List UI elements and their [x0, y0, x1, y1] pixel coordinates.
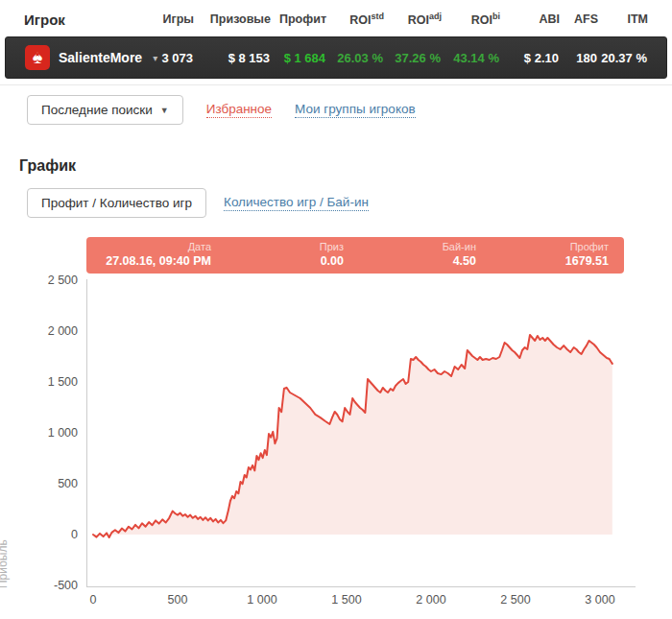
player-stat-3: 26.03 %	[325, 51, 383, 65]
player-stat-0: 3 073	[137, 51, 193, 65]
y-tick-label: 500	[20, 477, 78, 490]
player-stat-5: 43.14 %	[441, 51, 499, 65]
column-header-2: Профит	[271, 12, 326, 26]
tab-profit-games[interactable]: Профит / Количество игр	[27, 188, 206, 218]
column-header-6: ABI	[500, 12, 560, 26]
y-tick-label: 1 500	[20, 375, 78, 389]
chart-section-title: График	[19, 157, 672, 175]
y-tick-label: 0	[20, 528, 78, 541]
player-stat-1: $ 8 153	[193, 51, 270, 65]
chart-tabs: Профит / Количество игр Количество игр /…	[27, 188, 672, 218]
x-tick-label: 500	[168, 593, 188, 607]
column-header-3: ROIstd	[326, 12, 384, 27]
profit-area-fill	[93, 335, 612, 537]
chart-tooltip-bar: Дата27.08.16, 09:40 PMПриз0.00Бай-ин4.50…	[86, 237, 624, 274]
star-glyph: ★	[25, 42, 50, 67]
recent-searches-label: Последние поиски	[41, 103, 153, 117]
player-table-title: Игрок	[24, 12, 138, 28]
column-header-8: ITM	[598, 12, 648, 26]
chevron-down-icon: ▼	[160, 106, 169, 115]
x-tick-label: 1 500	[331, 593, 361, 607]
player-stat-8: 20.37 %	[597, 51, 647, 65]
player-row[interactable]: ♠ ★ SalienteMore ▾ 3 073$ 8 153$ 1 68426…	[5, 36, 667, 79]
column-header-7: AFS	[560, 12, 598, 26]
x-tick-label: 0	[90, 593, 97, 607]
favorites-link[interactable]: Избранное	[206, 102, 272, 118]
player-stat-2: $ 1 684	[270, 51, 325, 65]
x-tick-label: 1 000	[247, 593, 276, 607]
tooltip-item-2: Бай-ин4.50	[355, 241, 488, 269]
filters-row: Последние поиски ▼ Избранное Мои группы …	[27, 95, 672, 125]
tooltip-item-0: Дата27.08.16, 09:40 PM	[90, 241, 223, 269]
y-axis-title: Прибыль	[0, 539, 10, 588]
recent-searches-button[interactable]: Последние поиски ▼	[27, 95, 183, 125]
tooltip-item-3: Профит1679.51	[488, 241, 620, 269]
y-tick-label: 2 000	[20, 324, 78, 338]
player-groups-link[interactable]: Мои группы игроков	[295, 102, 416, 118]
player-stat-7: 180	[559, 51, 597, 65]
x-tick-label: 2 000	[416, 593, 445, 607]
tooltip-item-1: Приз0.00	[223, 241, 355, 269]
column-header-0: Игры	[138, 12, 194, 26]
player-table-header: Игрок ИгрыПризовыеПрофитROIstdROIadjROIb…	[5, 6, 667, 33]
y-tick-label: -500	[20, 579, 78, 592]
y-tick-label: 1 000	[20, 426, 78, 440]
divider	[0, 84, 672, 85]
column-header-4: ROIadj	[384, 12, 442, 27]
player-name[interactable]: SalienteMore	[59, 50, 142, 65]
y-tick-label: 2 500	[20, 274, 78, 287]
x-tick-label: 3 000	[585, 593, 614, 607]
profit-line-chart[interactable]	[86, 279, 636, 588]
player-stat-4: 37.26 %	[383, 51, 441, 65]
x-tick-label: 2 500	[500, 593, 530, 607]
pokerstars-spade-icon: ♠ ★	[25, 45, 50, 70]
column-header-1: Призовые	[194, 12, 271, 26]
tab-games-buyin[interactable]: Количество игр / Бай-ин	[224, 195, 369, 211]
player-stat-6: $ 2.10	[499, 51, 559, 65]
profit-chart-plot[interactable]: Прибыль 2 5002 0001 5001 0005000-5000500…	[86, 279, 636, 588]
column-header-5: ROIbi	[442, 12, 500, 27]
